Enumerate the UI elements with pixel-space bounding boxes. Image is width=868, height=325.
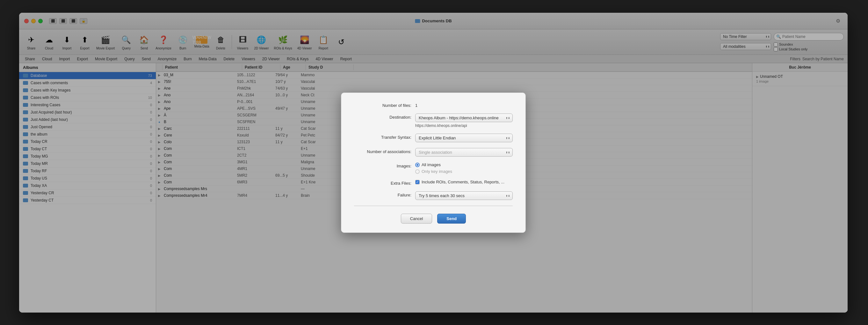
destination-select-wrap: Kheops Album - https://demo.kheops.onlin…	[415, 114, 513, 122]
modal-overlay: Number of files: 1 Destination: Kheops A…	[19, 13, 847, 313]
failure-select-wrap: Try 5 times each 30 secs	[415, 191, 513, 200]
destination-label: Destination:	[354, 114, 411, 120]
modal-associations-row: Number of associations: Single associati…	[354, 148, 513, 156]
main-window: ⬛ ⬛ ⬛ 🔒 Documents DB ⚙ ✈ Share ☁ Cloud ⬇…	[19, 13, 847, 313]
destination-url: https://demo.kheops.online/api	[415, 123, 513, 128]
all-images-label: All images	[422, 162, 441, 167]
modal-num-files-row: Number of files: 1	[354, 102, 513, 108]
failure-label: Failure:	[354, 191, 411, 198]
extra-files-label: Extra Files:	[354, 180, 411, 186]
modal-failure-row: Failure: Try 5 times each 30 secs	[354, 191, 513, 200]
key-images-option[interactable]: Only key images	[415, 169, 452, 174]
images-label: Images:	[354, 162, 411, 169]
num-associations-select[interactable]: Single association	[415, 148, 513, 156]
destination-select[interactable]: Kheops Album - https://demo.kheops.onlin…	[415, 114, 513, 122]
num-files-label: Number of files:	[354, 102, 411, 108]
modal-extra-files-row: Extra Files: ✓ Include ROIs, Comments, S…	[354, 180, 513, 186]
num-files-value: 1	[415, 102, 513, 108]
all-images-option[interactable]: All images	[415, 162, 452, 167]
cancel-button[interactable]: Cancel	[401, 214, 432, 224]
modal-buttons: Cancel Send	[354, 214, 513, 224]
failure-select[interactable]: Try 5 times each 30 secs	[415, 191, 513, 200]
extra-files-option[interactable]: ✓ Include ROIs, Comments, Status, Report…	[415, 180, 504, 184]
images-radio-group: All images Only key images	[415, 162, 452, 174]
extra-files-checkbox-label: Include ROIs, Comments, Status, Reports,…	[422, 180, 504, 184]
modal-divider	[354, 206, 513, 206]
extra-files-checkbox[interactable]: ✓	[415, 180, 420, 184]
send-confirm-button[interactable]: Send	[437, 214, 466, 224]
modal-transfer-syntax-row: Transfer Syntax: Explicit Little Endian	[354, 134, 513, 142]
transfer-syntax-wrap: Explicit Little Endian	[415, 134, 513, 142]
num-associations-wrap: Single association	[415, 148, 513, 156]
modal-images-row: Images: All images Only key images	[354, 162, 513, 174]
transfer-syntax-label: Transfer Syntax:	[354, 134, 411, 140]
destination-wrap: Kheops Album - https://demo.kheops.onlin…	[415, 114, 513, 128]
num-associations-label: Number of associations:	[354, 148, 411, 154]
transfer-syntax-select[interactable]: Explicit Little Endian	[415, 134, 513, 142]
key-images-label: Only key images	[422, 169, 452, 174]
modal-destination-row: Destination: Kheops Album - https://demo…	[354, 114, 513, 128]
send-dialog: Number of files: 1 Destination: Kheops A…	[341, 92, 526, 233]
key-images-radio[interactable]	[415, 169, 420, 174]
all-images-radio[interactable]	[415, 162, 420, 167]
